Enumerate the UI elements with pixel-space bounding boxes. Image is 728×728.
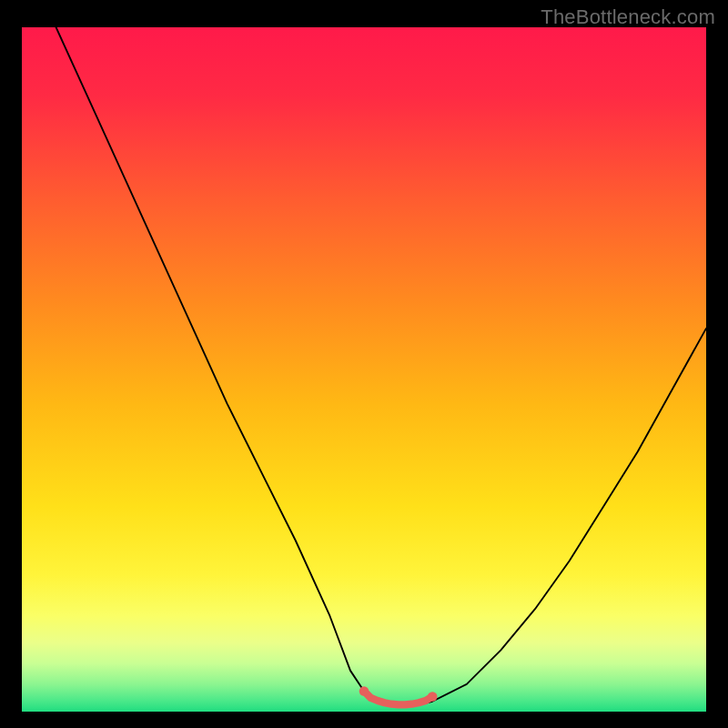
watermark-text: TheBottleneck.com — [541, 5, 715, 29]
plot-area — [22, 27, 706, 712]
bottleneck-curve — [22, 27, 706, 712]
optimal-endpoint-dot — [428, 692, 438, 702]
plot-frame — [22, 27, 706, 712]
optimal-endpoint-dot — [359, 686, 369, 696]
